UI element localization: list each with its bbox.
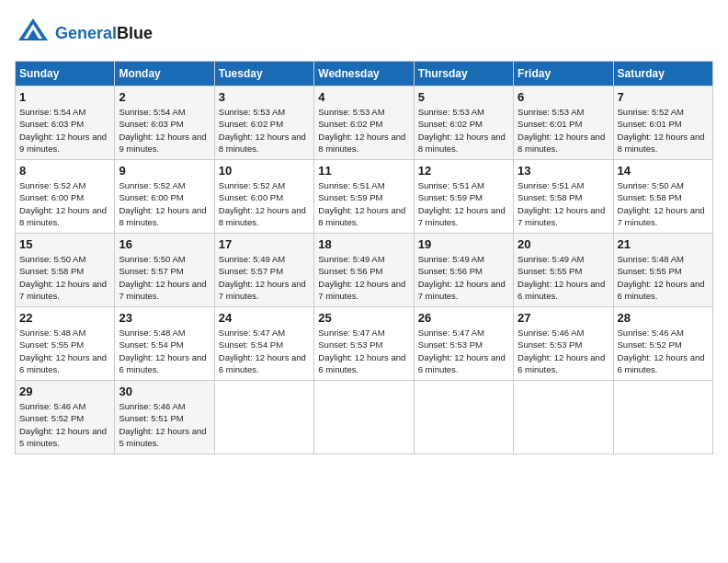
day-info: Sunrise: 5:50 AM Sunset: 5:58 PM Dayligh… — [618, 179, 709, 228]
calendar-day-cell — [514, 381, 613, 454]
calendar-day-cell: 17 Sunrise: 5:49 AM Sunset: 5:57 PM Dayl… — [214, 234, 313, 307]
day-number: 27 — [518, 311, 609, 325]
day-number: 19 — [418, 237, 509, 251]
day-number: 9 — [119, 164, 210, 178]
day-number: 8 — [19, 164, 110, 178]
day-info: Sunrise: 5:49 AM Sunset: 5:57 PM Dayligh… — [219, 253, 310, 302]
day-number: 20 — [518, 237, 609, 251]
day-number: 15 — [19, 237, 110, 251]
calendar-day-cell: 11 Sunrise: 5:51 AM Sunset: 5:59 PM Dayl… — [314, 160, 414, 234]
calendar-day-cell: 2 Sunrise: 5:54 AM Sunset: 6:03 PM Dayli… — [115, 86, 214, 160]
calendar-day-cell: 22 Sunrise: 5:48 AM Sunset: 5:55 PM Dayl… — [16, 307, 115, 381]
calendar-day-cell: 3 Sunrise: 5:53 AM Sunset: 6:02 PM Dayli… — [214, 86, 313, 160]
day-info: Sunrise: 5:51 AM Sunset: 5:58 PM Dayligh… — [518, 179, 609, 228]
day-info: Sunrise: 5:47 AM Sunset: 5:53 PM Dayligh… — [418, 327, 509, 375]
calendar-day-cell — [314, 381, 414, 454]
calendar-day-cell — [214, 381, 313, 454]
calendar-day-cell: 21 Sunrise: 5:48 AM Sunset: 5:55 PM Dayl… — [613, 234, 712, 307]
day-number: 4 — [318, 90, 409, 104]
day-number: 3 — [219, 90, 310, 104]
logo-general: GeneralBlue — [55, 24, 153, 43]
weekday-header-thursday: Thursday — [414, 62, 513, 86]
calendar-day-cell: 29 Sunrise: 5:46 AM Sunset: 5:52 PM Dayl… — [16, 381, 115, 454]
day-number: 10 — [219, 164, 310, 178]
calendar-day-cell: 18 Sunrise: 5:49 AM Sunset: 5:56 PM Dayl… — [314, 234, 414, 307]
weekday-header-friday: Friday — [514, 62, 613, 86]
calendar-week-row: 15 Sunrise: 5:50 AM Sunset: 5:58 PM Dayl… — [16, 234, 713, 307]
calendar-day-cell — [613, 381, 712, 454]
day-info: Sunrise: 5:46 AM Sunset: 5:51 PM Dayligh… — [119, 400, 210, 449]
day-number: 21 — [618, 237, 709, 251]
day-info: Sunrise: 5:46 AM Sunset: 5:52 PM Dayligh… — [618, 327, 709, 375]
day-number: 16 — [119, 237, 210, 251]
day-info: Sunrise: 5:52 AM Sunset: 6:01 PM Dayligh… — [618, 106, 709, 155]
weekday-header-wednesday: Wednesday — [314, 62, 414, 86]
day-number: 7 — [618, 90, 709, 104]
calendar-day-cell: 25 Sunrise: 5:47 AM Sunset: 5:53 PM Dayl… — [314, 307, 414, 381]
calendar-day-cell: 26 Sunrise: 5:47 AM Sunset: 5:53 PM Dayl… — [414, 307, 513, 381]
calendar-day-cell: 9 Sunrise: 5:52 AM Sunset: 6:00 PM Dayli… — [115, 160, 214, 234]
logo-text-block: GeneralBlue — [55, 24, 153, 43]
calendar-week-row: 22 Sunrise: 5:48 AM Sunset: 5:55 PM Dayl… — [16, 307, 713, 381]
day-info: Sunrise: 5:50 AM Sunset: 5:57 PM Dayligh… — [119, 253, 210, 302]
day-number: 26 — [418, 311, 509, 325]
calendar-day-cell: 14 Sunrise: 5:50 AM Sunset: 5:58 PM Dayl… — [613, 160, 712, 234]
day-info: Sunrise: 5:51 AM Sunset: 5:59 PM Dayligh… — [318, 179, 409, 228]
day-info: Sunrise: 5:53 AM Sunset: 6:02 PM Dayligh… — [219, 106, 310, 155]
calendar-day-cell: 13 Sunrise: 5:51 AM Sunset: 5:58 PM Dayl… — [514, 160, 613, 234]
day-info: Sunrise: 5:53 AM Sunset: 6:01 PM Dayligh… — [518, 106, 609, 155]
day-number: 17 — [219, 237, 310, 251]
day-info: Sunrise: 5:49 AM Sunset: 5:56 PM Dayligh… — [418, 253, 509, 302]
day-info: Sunrise: 5:48 AM Sunset: 5:55 PM Dayligh… — [19, 327, 110, 375]
calendar-week-row: 8 Sunrise: 5:52 AM Sunset: 6:00 PM Dayli… — [16, 160, 713, 234]
day-info: Sunrise: 5:49 AM Sunset: 5:56 PM Dayligh… — [318, 253, 409, 302]
day-number: 28 — [618, 311, 709, 325]
day-number: 18 — [318, 237, 409, 251]
weekday-header-saturday: Saturday — [613, 62, 712, 86]
day-info: Sunrise: 5:48 AM Sunset: 5:54 PM Dayligh… — [119, 327, 210, 375]
day-number: 25 — [318, 311, 409, 325]
logo-icon — [15, 15, 51, 52]
day-info: Sunrise: 5:50 AM Sunset: 5:58 PM Dayligh… — [19, 253, 110, 302]
calendar-day-cell: 19 Sunrise: 5:49 AM Sunset: 5:56 PM Dayl… — [414, 234, 513, 307]
logo: GeneralBlue — [15, 15, 153, 52]
day-info: Sunrise: 5:52 AM Sunset: 6:00 PM Dayligh… — [219, 179, 310, 228]
day-info: Sunrise: 5:53 AM Sunset: 6:02 PM Dayligh… — [418, 106, 509, 155]
day-info: Sunrise: 5:54 AM Sunset: 6:03 PM Dayligh… — [119, 106, 210, 155]
calendar-day-cell: 7 Sunrise: 5:52 AM Sunset: 6:01 PM Dayli… — [613, 86, 712, 160]
calendar-table: SundayMondayTuesdayWednesdayThursdayFrid… — [15, 61, 713, 454]
day-info: Sunrise: 5:51 AM Sunset: 5:59 PM Dayligh… — [418, 179, 509, 228]
calendar-day-cell: 27 Sunrise: 5:46 AM Sunset: 5:53 PM Dayl… — [514, 307, 613, 381]
weekday-header-monday: Monday — [115, 62, 214, 86]
day-info: Sunrise: 5:54 AM Sunset: 6:03 PM Dayligh… — [19, 106, 110, 155]
calendar-day-cell: 28 Sunrise: 5:46 AM Sunset: 5:52 PM Dayl… — [613, 307, 712, 381]
calendar-day-cell: 15 Sunrise: 5:50 AM Sunset: 5:58 PM Dayl… — [16, 234, 115, 307]
day-info: Sunrise: 5:53 AM Sunset: 6:02 PM Dayligh… — [318, 106, 409, 155]
day-info: Sunrise: 5:52 AM Sunset: 6:00 PM Dayligh… — [119, 179, 210, 228]
day-number: 13 — [518, 164, 609, 178]
day-number: 29 — [19, 385, 110, 398]
weekday-header-row: SundayMondayTuesdayWednesdayThursdayFrid… — [16, 62, 713, 86]
day-info: Sunrise: 5:46 AM Sunset: 5:52 PM Dayligh… — [19, 400, 110, 449]
calendar-day-cell: 30 Sunrise: 5:46 AM Sunset: 5:51 PM Dayl… — [115, 381, 214, 454]
calendar-day-cell: 4 Sunrise: 5:53 AM Sunset: 6:02 PM Dayli… — [314, 86, 414, 160]
day-info: Sunrise: 5:48 AM Sunset: 5:55 PM Dayligh… — [618, 253, 709, 302]
day-info: Sunrise: 5:47 AM Sunset: 5:54 PM Dayligh… — [219, 327, 310, 375]
page-header: GeneralBlue — [15, 15, 713, 52]
calendar-day-cell: 16 Sunrise: 5:50 AM Sunset: 5:57 PM Dayl… — [115, 234, 214, 307]
calendar-day-cell: 10 Sunrise: 5:52 AM Sunset: 6:00 PM Dayl… — [214, 160, 313, 234]
calendar-week-row: 29 Sunrise: 5:46 AM Sunset: 5:52 PM Dayl… — [16, 381, 713, 454]
day-number: 30 — [119, 385, 210, 398]
calendar-day-cell: 20 Sunrise: 5:49 AM Sunset: 5:55 PM Dayl… — [514, 234, 613, 307]
calendar-day-cell — [414, 381, 513, 454]
day-number: 2 — [119, 90, 210, 104]
day-number: 14 — [618, 164, 709, 178]
day-number: 22 — [19, 311, 110, 325]
calendar-day-cell: 8 Sunrise: 5:52 AM Sunset: 6:00 PM Dayli… — [16, 160, 115, 234]
calendar-day-cell: 12 Sunrise: 5:51 AM Sunset: 5:59 PM Dayl… — [414, 160, 513, 234]
weekday-header-sunday: Sunday — [16, 62, 115, 86]
day-number: 12 — [418, 164, 509, 178]
day-info: Sunrise: 5:47 AM Sunset: 5:53 PM Dayligh… — [318, 327, 409, 375]
calendar-day-cell: 23 Sunrise: 5:48 AM Sunset: 5:54 PM Dayl… — [115, 307, 214, 381]
calendar-day-cell: 1 Sunrise: 5:54 AM Sunset: 6:03 PM Dayli… — [16, 86, 115, 160]
